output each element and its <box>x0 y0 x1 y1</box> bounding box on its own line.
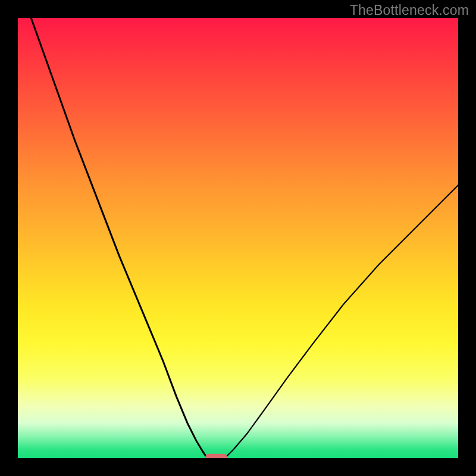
curve-left-branch <box>31 18 207 458</box>
chart-frame: TheBottleneck.com <box>0 0 476 476</box>
plot-area <box>18 18 458 458</box>
curve-svg <box>18 18 458 458</box>
curve-right-branch <box>225 185 458 458</box>
bottleneck-marker <box>205 454 227 458</box>
watermark-text: TheBottleneck.com <box>350 2 469 18</box>
